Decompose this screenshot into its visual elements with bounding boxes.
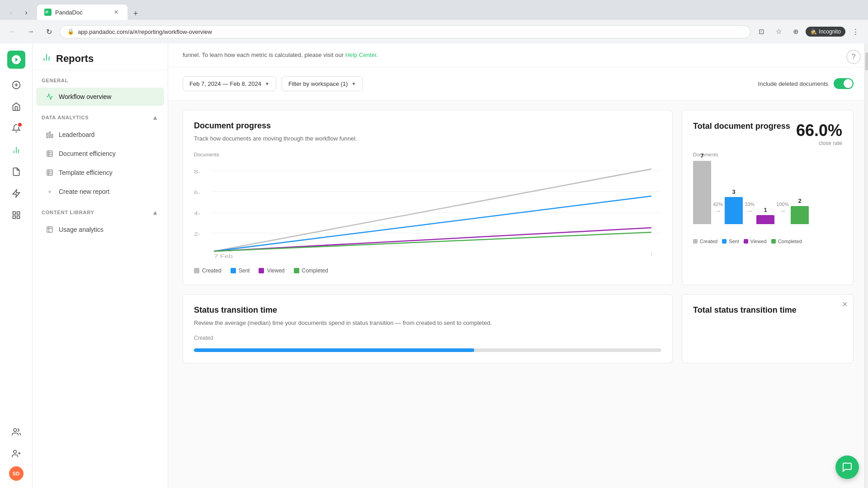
date-range-filter[interactable]: Feb 7, 2024 — Feb 8, 2024 ▼ — [183, 76, 276, 91]
label-created: Created — [194, 335, 213, 341]
sidebar-title: Reports — [56, 53, 94, 65]
legend-item-viewed: Viewed — [259, 267, 284, 274]
profile-icon[interactable]: ⊕ — [788, 24, 803, 39]
bar-value-viewed: 1 — [764, 206, 767, 213]
bar-value-created: 7 — [700, 152, 703, 159]
app-logo[interactable] — [7, 51, 25, 69]
lightning-icon[interactable] — [7, 184, 25, 202]
back-btn-tab[interactable]: ‹ — [4, 5, 18, 20]
user-avatar[interactable]: SD — [9, 466, 24, 481]
bar-sent — [725, 197, 743, 224]
sidebar-item-create-new-report[interactable]: + Create new report — [36, 183, 164, 201]
sidebar-header: Reports — [33, 43, 168, 70]
help-icon[interactable]: ? — [846, 50, 861, 64]
pct-33: 33% — [745, 202, 755, 207]
svg-rect-20 — [49, 132, 51, 138]
address-bar[interactable]: 🔒 app.pandadoc.com/a/#/reporting/workflo… — [60, 25, 750, 38]
bar-value-completed: 2 — [798, 197, 802, 204]
bar-legend-completed: Completed — [771, 239, 802, 244]
collapse-content-library-btn[interactable]: ▲ — [152, 209, 159, 216]
bookmark-icon[interactable]: ☆ — [771, 24, 786, 39]
forward-btn-tab[interactable]: › — [19, 5, 33, 20]
reports-icon[interactable] — [7, 141, 25, 159]
svg-rect-11 — [13, 216, 15, 219]
legend-label-completed: Completed — [302, 267, 328, 274]
total-progress-header: Total document progress 66.0% close rate — [693, 121, 842, 146]
line-chart-container: 8- 6- 4- 2- — [194, 161, 661, 260]
status-transition-bar — [194, 348, 661, 352]
chat-float-button[interactable] — [835, 455, 859, 479]
doc-progress-title: Document progress — [194, 121, 661, 131]
home-icon[interactable] — [7, 98, 25, 116]
new-tab-button[interactable]: + — [129, 7, 142, 20]
sidebar-item-document-efficiency[interactable]: Document efficiency — [36, 145, 164, 163]
description-text2: . — [376, 52, 378, 58]
bar-legend-sent: Sent — [722, 239, 739, 244]
sidebar-item-usage-analytics[interactable]: Usage analytics — [36, 221, 164, 239]
refresh-button[interactable]: ↻ — [42, 24, 56, 39]
create-icon[interactable] — [7, 76, 25, 94]
pct-100: 100% — [776, 202, 789, 207]
bar-legend-label-completed: Completed — [778, 239, 802, 244]
bar-legend-label-viewed: Viewed — [750, 239, 767, 244]
lock-icon: 🔒 — [67, 28, 74, 35]
sidebar-item-leaderboard[interactable]: Leaderboard — [36, 126, 164, 144]
svg-text:6-: 6- — [194, 190, 200, 196]
arrow-1: 42% → — [711, 202, 725, 224]
sidebar-item-template-efficiency[interactable]: Template efficiency — [36, 164, 164, 182]
usage-analytics-icon — [45, 225, 54, 234]
document-efficiency-icon — [45, 149, 54, 158]
progress-bar-fill-sent — [194, 348, 474, 352]
back-button[interactable]: ← — [5, 24, 20, 39]
date-range-text: Feb 7, 2024 — Feb 8, 2024 — [189, 80, 261, 87]
deleted-docs-toggle[interactable] — [834, 78, 854, 89]
total-progress-title: Total document progress — [693, 121, 790, 131]
line-chart-legend: Created Sent Viewed Completed — [194, 267, 661, 274]
status-transition-title: Status transition time — [194, 305, 661, 315]
add-user-icon[interactable] — [7, 445, 25, 463]
bar-legend-label-sent: Sent — [729, 239, 739, 244]
documents-icon[interactable] — [7, 163, 25, 181]
svg-point-13 — [13, 450, 16, 454]
templates-icon[interactable] — [7, 206, 25, 224]
status-transition-subtitle: Review the average (median) time your do… — [194, 319, 661, 328]
svg-point-12 — [14, 429, 17, 432]
url-text: app.pandadoc.com/a/#/reporting/workflow-… — [78, 28, 212, 35]
tab-close-btn[interactable]: ✕ — [112, 8, 120, 16]
svg-rect-10 — [17, 216, 19, 219]
more-options-icon[interactable]: ⋮ — [848, 24, 863, 39]
scrollbar[interactable] — [864, 43, 868, 488]
sidebar-item-label-template-efficiency: Template efficiency — [59, 169, 113, 176]
bar-legend-label-created: Created — [700, 239, 717, 244]
collapse-data-analytics-btn[interactable]: ▲ — [152, 114, 159, 121]
line-chart-svg: 8- 6- 4- 2- — [194, 161, 661, 260]
help-center-link[interactable]: Help Center — [345, 52, 377, 58]
toggle-knob — [844, 79, 853, 88]
sidebar-item-workflow-overview[interactable]: Workflow overview — [36, 88, 164, 106]
arrow-2: 33% → — [743, 202, 756, 224]
nav-sidebar: Reports GENERAL Workflow overview DATA A… — [33, 43, 168, 488]
browser-tab-pandadoc[interactable]: P PandaDoc ✕ — [37, 5, 127, 20]
workspace-filter[interactable]: Filter by workspace (1) ▼ — [282, 76, 363, 91]
svg-text:P: P — [46, 10, 48, 14]
create-report-plus-icon: + — [45, 187, 54, 196]
notifications-icon[interactable] — [7, 119, 25, 137]
svg-rect-30 — [47, 227, 52, 232]
bar-viewed — [756, 215, 774, 224]
leaderboard-icon — [45, 130, 54, 139]
pct-42: 42% — [713, 202, 723, 207]
contacts-icon[interactable] — [7, 423, 25, 441]
legend-dot-viewed — [259, 268, 264, 273]
cast-icon[interactable]: ⊡ — [754, 24, 769, 39]
doc-progress-subtitle: Track how documents are moving through t… — [194, 134, 661, 143]
tab-bar: ‹ › P PandaDoc ✕ + — [0, 0, 868, 20]
bar-chart-area: 7 42% → 3 33% → — [693, 161, 842, 233]
svg-text:4-: 4- — [194, 211, 200, 216]
close-total-status-btn[interactable]: ✕ — [842, 300, 848, 309]
bar-completed — [791, 206, 809, 224]
svg-rect-21 — [52, 134, 53, 137]
forward-button[interactable]: → — [24, 24, 38, 39]
svg-line-44 — [214, 232, 651, 251]
bar-group-viewed: 1 — [756, 206, 774, 224]
bar-group-created: 7 — [693, 152, 711, 224]
